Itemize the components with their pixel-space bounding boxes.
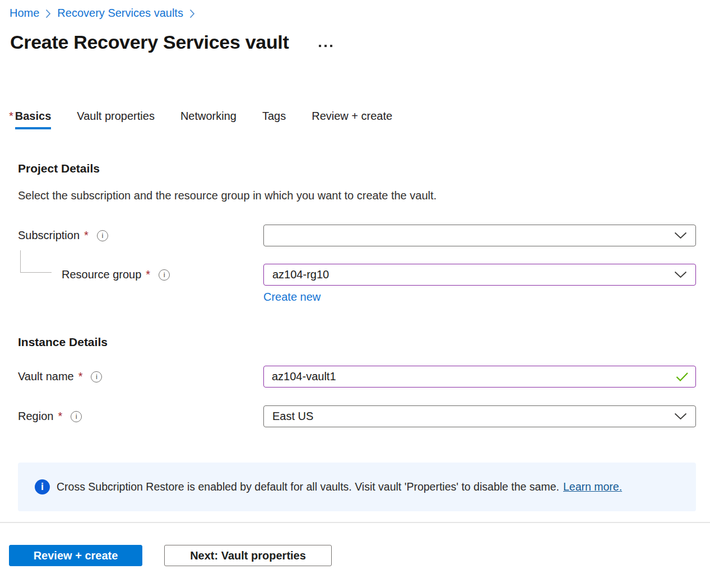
tab-bar: *Basics Vault properties Networking Tags…	[0, 110, 710, 129]
required-asterisk: *	[9, 110, 13, 122]
info-icon[interactable]	[91, 371, 102, 382]
resource-group-value: az104-rg10	[272, 268, 329, 281]
label-text: Resource group	[62, 268, 141, 281]
info-banner: Cross Subcription Restore is enabled by …	[18, 463, 696, 511]
region-dropdown[interactable]: East US	[263, 405, 696, 427]
field-connector-line	[20, 250, 52, 273]
tab-label: Networking	[180, 110, 236, 122]
tab-label: Vault properties	[77, 110, 155, 122]
page-header: Create Recovery Services vault	[10, 31, 710, 53]
vault-name-row: Vault name *	[18, 366, 696, 388]
project-details-description: Select the subscription and the resource…	[18, 189, 696, 202]
required-asterisk: *	[146, 268, 150, 281]
info-icon[interactable]	[159, 269, 170, 281]
info-icon[interactable]	[71, 411, 82, 422]
subscription-label: Subscription *	[18, 229, 263, 242]
tab-basics[interactable]: *Basics	[9, 110, 51, 129]
label-text: Region	[18, 410, 53, 423]
review-create-button[interactable]: Review + create	[9, 545, 142, 566]
footer-actions: Review + create Next: Vault properties	[0, 545, 710, 566]
subscription-row: Subscription *	[18, 225, 696, 246]
tab-review-create[interactable]: Review + create	[312, 110, 392, 129]
chevron-right-icon	[45, 9, 51, 18]
info-filled-icon	[35, 479, 50, 494]
breadcrumb-home-link[interactable]: Home	[10, 7, 39, 20]
checkmark-icon	[676, 372, 689, 381]
tab-vault-properties[interactable]: Vault properties	[77, 110, 155, 129]
tab-tags[interactable]: Tags	[262, 110, 286, 129]
chevron-down-icon	[674, 413, 687, 420]
create-new-row: Create new	[18, 291, 696, 304]
required-asterisk: *	[78, 370, 83, 383]
region-label: Region *	[18, 410, 263, 423]
create-new-link[interactable]: Create new	[263, 291, 321, 303]
label-text: Subscription	[18, 229, 80, 242]
breadcrumb: Home Recovery Services vaults	[0, 0, 710, 20]
banner-message-text: Cross Subcription Restore is enabled by …	[57, 480, 559, 493]
vault-name-label: Vault name *	[18, 370, 263, 383]
footer-divider	[0, 522, 710, 523]
resource-group-dropdown[interactable]: az104-rg10	[263, 264, 696, 286]
breadcrumb-recovery-vaults-link[interactable]: Recovery Services vaults	[57, 7, 183, 20]
instance-details-heading: Instance Details	[18, 335, 696, 349]
required-asterisk: *	[58, 410, 62, 423]
resource-group-row: Resource group * az104-rg10	[18, 264, 696, 286]
chevron-down-icon	[674, 271, 687, 278]
page-title: Create Recovery Services vault	[10, 31, 289, 53]
tab-label: Basics	[15, 110, 52, 129]
vault-name-input[interactable]	[263, 366, 696, 388]
region-value: East US	[272, 410, 313, 423]
info-icon[interactable]	[97, 230, 108, 241]
chevron-down-icon	[674, 232, 687, 239]
project-details-heading: Project Details	[18, 162, 696, 175]
required-asterisk: *	[84, 229, 89, 242]
next-vault-properties-button[interactable]: Next: Vault properties	[164, 545, 332, 566]
tab-networking[interactable]: Networking	[180, 110, 236, 129]
region-row: Region * East US	[18, 405, 696, 427]
ellipsis-icon[interactable]	[317, 43, 335, 49]
tab-label: Tags	[262, 110, 286, 122]
learn-more-link[interactable]: Learn more.	[563, 480, 622, 493]
tab-label: Review + create	[312, 110, 392, 122]
banner-message: Cross Subcription Restore is enabled by …	[57, 480, 622, 493]
resource-group-label: Resource group *	[18, 268, 263, 281]
chevron-right-icon	[189, 9, 195, 18]
label-text: Vault name	[18, 370, 74, 383]
subscription-dropdown[interactable]	[263, 225, 696, 246]
